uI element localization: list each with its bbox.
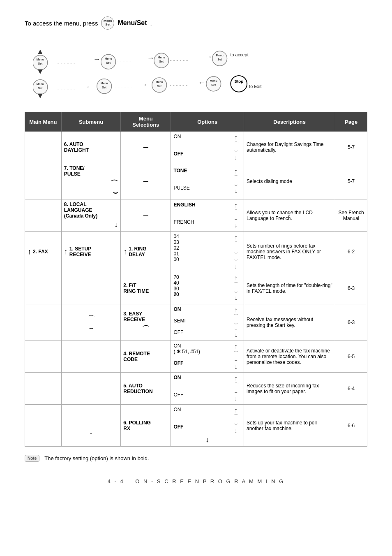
svg-text:Menu: Menu <box>158 56 165 59</box>
cell-page: 6-2 <box>335 232 367 272</box>
cell-menu-sel: — <box>121 132 171 163</box>
cell-page: 5-7 <box>335 163 367 199</box>
svg-text:▲: ▲ <box>36 47 44 56</box>
cell-main <box>25 272 62 304</box>
cell-menu-sel: 4. REMOTECODE <box>121 341 171 373</box>
menu-set-button-inline: MenuSet <box>101 16 114 30</box>
cell-main <box>25 404 62 446</box>
header-options: Options <box>171 112 244 132</box>
intro-line: To access the menu, press MenuSet Menu/S… <box>25 16 367 30</box>
table-row: ⌒⌣ 3. EASYRECEIVE ⌒ ON SEMI OFF ↑ <box>25 304 367 341</box>
cell-options: 04 03 02 01 00 ↑ ⌒ ⌣ ⌣ ↓ <box>171 232 244 272</box>
svg-text:Set: Set <box>38 62 42 65</box>
svg-text:Set: Set <box>106 61 111 64</box>
svg-text:Menu: Menu <box>101 82 108 85</box>
intro-bold-label: Menu/Set <box>118 19 147 27</box>
cell-desc: Receive fax messages without pressing th… <box>244 304 335 341</box>
svg-text:- - - - - -: - - - - - - <box>170 82 188 88</box>
cell-options: ON( ✱ 51, #51) OFF ↑ ⌒ ⌣ ↓ <box>171 341 244 373</box>
table-row: ↓ 6. POLLINGRX ON OFF ↑ ⌒ ⌣ ↓ <box>25 404 367 446</box>
cell-options: TONE PULSE ↑ ⌒ ⌣ ↓ <box>171 163 244 199</box>
cell-options: ENGLISH FRENCH ↑ ⌒ ⌣ ↓ <box>171 199 244 232</box>
svg-text:Menu: Menu <box>105 57 112 60</box>
nav-diagram: ▲ Menu Set ▼ - - - - - - → Menu Set - - … <box>33 38 367 104</box>
svg-text:Set: Set <box>159 60 164 63</box>
table-row: 2. F/TRING TIME 70 40 30 20 ↑ ⌒ ⌣ ↓ <box>25 272 367 304</box>
svg-text:Set: Set <box>157 85 161 88</box>
note-line: Note The factory setting (option) is sho… <box>25 455 367 462</box>
cell-desc: Changes for Daylight Savings Time automa… <box>244 132 335 163</box>
cell-options: ON SEMI OFF ↑ ⌒ ⌣ ⌣ ↓ <box>171 304 244 341</box>
cell-desc: Allows you to change the LCD Language to… <box>244 199 335 232</box>
note-text: The factory setting (option) is shown in… <box>44 455 149 461</box>
svg-text:←: ← <box>143 81 150 89</box>
cell-menu-sel: ↑ 1. RINGDELAY <box>121 232 171 272</box>
header-submenu: Submenu <box>61 112 120 132</box>
footer-label: O N - S C R E E N P R O G R A M M I N G <box>135 478 284 484</box>
svg-text:Set: Set <box>102 86 106 89</box>
cell-desc: Activate or deactivate the fax machine f… <box>244 341 335 373</box>
table-row: 5. AUTOREDUCTION ON OFF ↑ ⌒ ⌣ ↓ <box>25 373 367 404</box>
svg-point-40 <box>231 76 247 92</box>
svg-text:Stop: Stop <box>234 79 243 83</box>
svg-text:Set: Set <box>217 58 222 61</box>
cell-sub <box>61 341 120 373</box>
svg-text:- - - - - -: - - - - - - <box>115 83 133 90</box>
table-row: 6. AUTODAYLIGHT — ON OFF ↑ ⌒ ⌣ ↓ <box>25 132 367 163</box>
cell-main <box>25 373 62 404</box>
cell-sub: 7. TONE/PULSE ⌒⌣ <box>61 163 120 199</box>
cell-sub <box>61 272 120 304</box>
svg-text:to accept: to accept <box>230 52 248 57</box>
cell-menu-sel: 6. POLLINGRX <box>121 404 171 446</box>
header-descriptions: Descriptions <box>244 112 335 132</box>
svg-text:▼: ▼ <box>36 91 44 100</box>
svg-text:▼: ▼ <box>36 67 44 76</box>
header-main-menu: Main Menu <box>25 112 62 132</box>
svg-text:→: → <box>147 54 154 62</box>
svg-text:Menu: Menu <box>156 81 163 83</box>
cell-main <box>25 199 62 232</box>
menu-table: Main Menu Submenu MenuSelections Options… <box>25 112 367 447</box>
cell-sub: ↓ <box>61 404 120 446</box>
nav-diagram-svg: ▲ Menu Set ▼ - - - - - - → Menu Set - - … <box>33 38 367 104</box>
cell-menu-sel: — <box>121 199 171 232</box>
table-row: ↑ 2. FAX ↑ 1. SETUPRECEIVE ↑ 1. RINGDELA… <box>25 232 367 272</box>
header-menu-selections: MenuSelections <box>121 112 171 132</box>
cell-sub <box>61 373 120 404</box>
svg-text:Menu: Menu <box>216 54 224 57</box>
svg-text:Menu: Menu <box>37 83 44 86</box>
footer: 4 - 4 O N - S C R E E N P R O G R A M M … <box>25 478 367 484</box>
cell-page: 6-3 <box>335 304 367 341</box>
cell-options: 70 40 30 20 ↑ ⌒ ⌣ ↓ <box>171 272 244 304</box>
table-row: 4. REMOTECODE ON( ✱ 51, #51) OFF ↑ ⌒ ⌣ ↓ <box>25 341 367 373</box>
table-row: 8. LOCALLANGUAGE(Canada Only) ↓ — ENGLIS… <box>25 199 367 232</box>
cell-sub: 8. LOCALLANGUAGE(Canada Only) ↓ <box>61 199 120 232</box>
cell-main <box>25 341 62 373</box>
cell-page: 6-6 <box>335 404 367 446</box>
svg-text:→: → <box>205 53 212 61</box>
svg-text:←: ← <box>86 83 93 91</box>
cell-menu-sel: 2. F/TRING TIME <box>121 272 171 304</box>
cell-options: ON OFF ↑ ⌒ ⌣ ↓ <box>171 132 244 163</box>
svg-text:→: → <box>93 55 101 63</box>
cell-desc: Sets up your fax machine to poll another… <box>244 404 335 446</box>
intro-prefix: To access the menu, press <box>25 20 98 27</box>
cell-desc: Selects dialing mode <box>244 163 335 199</box>
cell-options: ON OFF ↑ ⌒ ⌣ ↓ <box>171 373 244 404</box>
cell-desc: Sets number of rings before fax machine … <box>244 232 335 272</box>
cell-main: ↑ 2. FAX <box>25 232 62 272</box>
cell-desc: Sets the length of time for "double-ring… <box>244 272 335 304</box>
svg-text:←: ← <box>198 79 205 87</box>
svg-text:- - - - -: - - - - - <box>117 58 131 65</box>
svg-text:Set: Set <box>38 87 42 90</box>
cell-page: See French Manual <box>335 199 367 232</box>
svg-text:to Exit: to Exit <box>249 84 261 89</box>
header-page: Page <box>335 112 367 132</box>
cell-page: 6-5 <box>335 341 367 373</box>
cell-sub: 6. AUTODAYLIGHT <box>61 132 120 163</box>
table-row: 7. TONE/PULSE ⌒⌣ — TONE PULSE ↑ ⌒ ⌣ <box>25 163 367 199</box>
cell-sub: ↑ 1. SETUPRECEIVE <box>61 232 120 272</box>
cell-menu-sel: 3. EASYRECEIVE ⌒ <box>121 304 171 341</box>
note-badge: Note <box>25 455 39 462</box>
svg-text:Menu: Menu <box>210 79 217 82</box>
